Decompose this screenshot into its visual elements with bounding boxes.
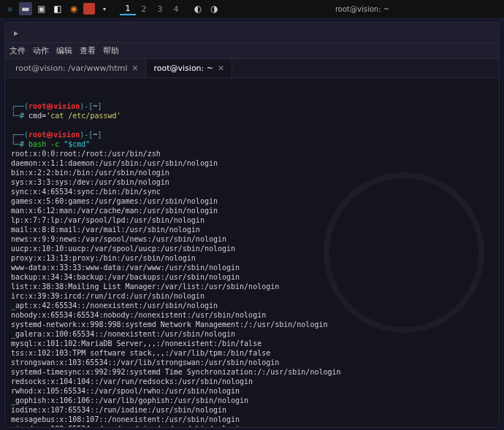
prompt-at: ㉿: [46, 102, 53, 110]
prompt-host: vision: [53, 131, 80, 139]
output-line: redsocks:x:104:104::/var/run/redsocks:/u…: [11, 377, 493, 386]
prompt-prefix: └─#: [11, 112, 28, 120]
output-line: news:x:9:9:news:/var/spool/news:/usr/sbi…: [11, 234, 493, 244]
workspace-switcher: 1 2 3 4: [120, 2, 184, 15]
prompt-decoration: )-[: [80, 131, 93, 139]
output-line: iodine:x:107:65534::/run/iodine:/usr/sbi…: [11, 405, 493, 415]
prompt-decoration: ]: [97, 102, 102, 110]
window-menu-icon[interactable]: ▸: [11, 28, 21, 38]
menu-help[interactable]: 帮助: [103, 45, 119, 56]
dropdown-icon[interactable]: ▾: [98, 2, 111, 15]
output-line: uucp:x:10:10:uucp:/var/spool/uucp:/usr/s…: [11, 244, 493, 253]
terminal-window: ▸ 文件 动作 编辑 查看 帮助 root@vision: /var/www/h…: [4, 22, 500, 428]
menu-edit[interactable]: 编辑: [56, 45, 72, 56]
output-line: _apt:x:42:65534::/nonexistent:/usr/sbin/…: [11, 301, 493, 310]
output-line: miredo:x:109:65534::/var/run/miredo:/usr…: [11, 424, 493, 427]
prompt-user: root: [28, 131, 46, 139]
output-line: proxy:x:13:13:proxy:/bin:/usr/sbin/nolog…: [11, 253, 493, 263]
terminal-output: root:x:0:0:root:/root:/usr/bin/zshdaemon…: [11, 149, 493, 427]
tab-label: root@vision: ~: [153, 64, 213, 73]
output-line: man:x:6:12:man:/var/cache/man:/usr/sbin/…: [11, 206, 493, 215]
output-line: tss:x:102:103:TPM software stack,,,:/var…: [11, 348, 493, 358]
kali-logo-icon[interactable]: ⟐: [3, 2, 16, 15]
prompt-decoration: ┌──(: [11, 102, 28, 110]
tab-label: root@vision: /var/www/html: [15, 64, 127, 73]
firefox-icon[interactable]: ◉: [67, 2, 80, 15]
app-icon[interactable]: [83, 3, 95, 15]
files-icon[interactable]: ▬: [19, 2, 32, 15]
cmd-text: bash -c: [28, 140, 64, 148]
close-icon[interactable]: ✕: [131, 64, 138, 73]
output-line: backup:x:34:34:backup:/var/backups:/usr/…: [11, 272, 493, 282]
output-line: irc:x:39:39:ircd:/run/ircd:/usr/sbin/nol…: [11, 291, 493, 301]
taskbar: ⟐ ▬ ▣ ◧ ◉ ▾ 1 2 3 4 ◐ ◑ root@vision: ~: [0, 0, 504, 18]
prompt-prefix: └─#: [11, 140, 28, 148]
cmd-var: "$cmd": [64, 140, 90, 148]
prompt-at: ㉿: [46, 131, 53, 139]
workspace-4[interactable]: 4: [168, 2, 184, 15]
output-line: nobody:x:65534:65534:nobody:/nonexistent…: [11, 310, 493, 320]
output-line: systemd-network:x:998:998:systemd Networ…: [11, 320, 493, 329]
tab-1[interactable]: root@vision: ~ ✕: [146, 59, 232, 77]
menu-file[interactable]: 文件: [9, 45, 26, 56]
terminal-icon[interactable]: ▣: [35, 2, 48, 15]
output-line: www-data:x:33:33:www-data:/var/www:/usr/…: [11, 263, 493, 272]
output-line: root:x:0:0:root:/root:/usr/bin/zsh: [11, 149, 493, 158]
tray-icon-2[interactable]: ◑: [207, 2, 221, 15]
menu-action[interactable]: 动作: [33, 45, 49, 56]
output-line: lp:x:7:7:lp:/var/spool/lpd:/usr/sbin/nol…: [11, 215, 493, 225]
output-line: list:x:38:38:Mailing List Manager:/var/l…: [11, 282, 493, 291]
output-line: daemon:x:1:1:daemon:/usr/sbin:/usr/sbin/…: [11, 158, 493, 168]
prompt-decoration: )-[: [80, 102, 93, 110]
output-line: _gophish:x:106:106::/var/lib/gophish:/us…: [11, 396, 493, 405]
prompt-decoration: ]: [97, 131, 102, 139]
tabbar: root@vision: /var/www/html ✕ root@vision…: [5, 59, 499, 78]
output-line: sys:x:3:3:sys:/dev:/usr/sbin/nologin: [11, 177, 493, 187]
menu-view[interactable]: 查看: [80, 45, 96, 56]
workspace-1[interactable]: 1: [120, 2, 136, 15]
output-line: systemd-timesync:x:992:992:systemd Time …: [11, 367, 493, 377]
workspace-3[interactable]: 3: [152, 2, 168, 15]
cmd-string: 'cat /etc/passwd': [46, 112, 121, 120]
output-line: strongswan:x:103:65534::/var/lib/strongs…: [11, 358, 493, 367]
taskbar-window-title: root@vision: ~: [335, 5, 389, 13]
close-icon[interactable]: ✕: [218, 64, 224, 73]
output-line: rwhod:x:105:65534::/var/spool/rwho:/usr/…: [11, 386, 493, 396]
terminal-body[interactable]: ┌──(root㉿vision)-[~] └─# cmd='cat /etc/p…: [5, 78, 499, 427]
workspace-2[interactable]: 2: [136, 2, 152, 15]
output-line: games:x:5:60:games:/usr/games:/usr/sbin/…: [11, 196, 493, 206]
prompt-host: vision: [53, 102, 80, 110]
output-line: messagebus:x:108:107::/nonexistent:/usr/…: [11, 415, 493, 424]
window-titlebar[interactable]: ▸: [5, 23, 499, 43]
output-line: _galera:x:100:65534::/nonexistent:/usr/s…: [11, 329, 493, 339]
tray-icon-1[interactable]: ◐: [191, 2, 205, 15]
cmd-text: cmd=: [28, 112, 46, 120]
output-line: mysql:x:101:102:MariaDB Server,,,:/nonex…: [11, 339, 493, 348]
editor-icon[interactable]: ◧: [51, 2, 64, 15]
tab-0[interactable]: root@vision: /var/www/html ✕: [8, 59, 146, 77]
output-line: sync:x:4:65534:sync:/bin:/bin/sync: [11, 187, 493, 196]
prompt-user: root: [28, 102, 46, 110]
prompt-decoration: ┌──(: [11, 131, 28, 139]
menubar: 文件 动作 编辑 查看 帮助: [5, 43, 499, 59]
output-line: mail:x:8:8:mail:/var/mail:/usr/sbin/nolo…: [11, 225, 493, 234]
output-line: bin:x:2:2:bin:/bin:/usr/sbin/nologin: [11, 168, 493, 177]
